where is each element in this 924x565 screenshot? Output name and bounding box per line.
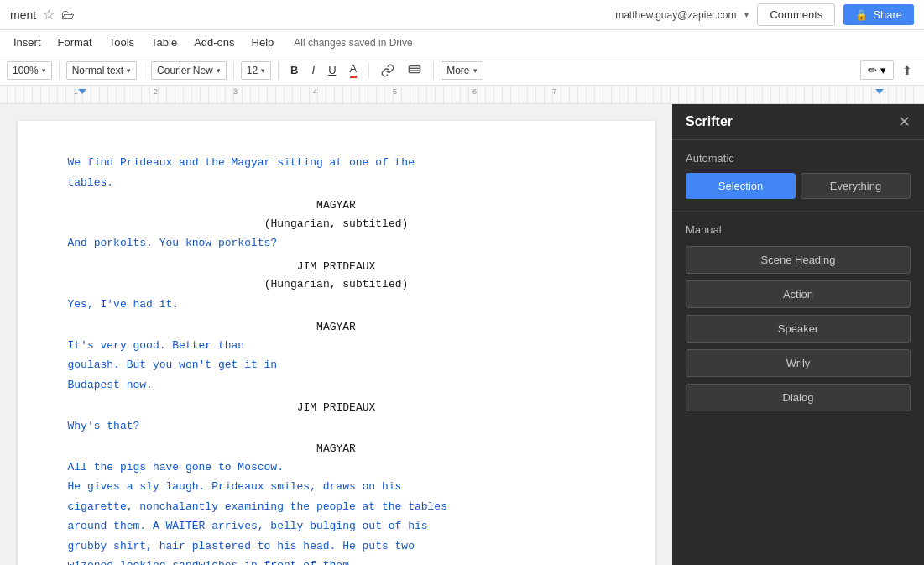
line-20: grubby shirt, hair plastered to his head… bbox=[68, 538, 605, 555]
line-19: around them. A WAITER arrives, belly bul… bbox=[68, 518, 605, 535]
menu-format[interactable]: Format bbox=[51, 33, 99, 52]
sep-5 bbox=[368, 62, 369, 79]
automatic-label: Automatic bbox=[686, 152, 911, 165]
line-9: MAGYAR bbox=[68, 319, 605, 336]
line-5: And porkolts. You know porkolts? bbox=[68, 235, 605, 252]
ruler-mark-2: 2 bbox=[154, 87, 158, 96]
ruler-right-margin[interactable] bbox=[875, 89, 884, 94]
style-group: Normal text ▾ bbox=[66, 61, 137, 80]
line-4: (Hungarian, subtitled) bbox=[68, 216, 605, 233]
line-6: JIM PRIDEAUX bbox=[68, 259, 605, 275]
autosave-status: All changes saved in Drive bbox=[294, 37, 412, 49]
scene-heading-button[interactable]: Scene Heading bbox=[686, 246, 911, 274]
ruler-mark-1: 1 bbox=[74, 87, 78, 96]
more-label: More bbox=[446, 65, 469, 76]
comments-button[interactable]: Comments bbox=[757, 3, 835, 26]
font-caret: ▾ bbox=[217, 66, 221, 75]
zoom-value: 100% bbox=[13, 65, 39, 76]
ruler-mark-7: 7 bbox=[552, 87, 556, 96]
pen-caret: ▾ bbox=[880, 64, 886, 76]
sep-4 bbox=[278, 62, 279, 79]
scrifter-sidebar: Scrifter ✕ Automatic Selection Everythin… bbox=[672, 104, 924, 565]
ruler: 1 2 3 4 5 6 7 bbox=[0, 86, 924, 104]
line-16: All the pigs have gone to Moscow. bbox=[68, 459, 605, 476]
script-content[interactable]: We find Prideaux and the Magyar sitting … bbox=[68, 154, 605, 565]
more-dropdown[interactable]: More ▾ bbox=[441, 61, 483, 80]
zoom-group: 100% ▾ bbox=[7, 61, 52, 80]
style-dropdown[interactable]: Normal text ▾ bbox=[66, 61, 137, 80]
toolbar: 100% ▾ Normal text ▾ Courier New ▾ 12 ▾ … bbox=[0, 55, 924, 86]
size-caret: ▾ bbox=[261, 66, 265, 75]
font-group: Courier New ▾ bbox=[151, 61, 227, 80]
menu-help[interactable]: Help bbox=[245, 33, 281, 52]
underline-button[interactable]: U bbox=[323, 61, 341, 79]
line-13: JIM PRIDEAUX bbox=[68, 400, 605, 416]
menu-tools[interactable]: Tools bbox=[102, 33, 141, 52]
manual-label: Manual bbox=[686, 223, 911, 236]
size-value: 12 bbox=[247, 65, 258, 76]
automatic-section: Automatic Selection Everything bbox=[672, 140, 924, 212]
line-1: We find Prideaux and the Magyar sitting … bbox=[68, 154, 605, 171]
sep-2 bbox=[144, 62, 144, 79]
more-caret: ▾ bbox=[473, 66, 478, 75]
line-21: wizened-looking sandwiches in front of t… bbox=[68, 557, 605, 565]
pen-button[interactable]: ✏ ▾ bbox=[860, 60, 894, 80]
everything-button[interactable]: Everything bbox=[801, 173, 911, 199]
share-button[interactable]: 🔒 Share bbox=[843, 4, 914, 25]
bold-button[interactable]: B bbox=[285, 61, 303, 79]
sep-6 bbox=[433, 62, 434, 79]
line-18: cigarette, nonchalantly examining the pe… bbox=[68, 499, 605, 515]
font-value: Courier New bbox=[157, 65, 213, 76]
menu-bar: Insert Format Tools Table Add-ons Help A… bbox=[0, 30, 924, 55]
style-value: Normal text bbox=[72, 65, 123, 76]
page: We find Prideaux and the Magyar sitting … bbox=[18, 121, 655, 565]
font-color-button[interactable]: A bbox=[345, 60, 363, 81]
sidebar-header: Scrifter ✕ bbox=[672, 104, 924, 140]
star-icon[interactable]: ☆ bbox=[43, 7, 55, 23]
sep-3 bbox=[233, 62, 234, 79]
font-dropdown[interactable]: Courier New ▾ bbox=[151, 61, 227, 80]
pen-icon: ✏ bbox=[868, 64, 877, 76]
ruler-mark-6: 6 bbox=[472, 87, 477, 96]
doc-title: ment bbox=[10, 8, 36, 22]
expand-button[interactable]: ⬆ bbox=[897, 62, 917, 79]
dialog-button[interactable]: Dialog bbox=[686, 384, 911, 411]
size-dropdown[interactable]: 12 ▾ bbox=[241, 61, 271, 80]
italic-button[interactable]: I bbox=[307, 61, 321, 79]
folder-icon[interactable]: 🗁 bbox=[61, 8, 75, 23]
line-3: MAGYAR bbox=[68, 197, 605, 214]
menu-insert[interactable]: Insert bbox=[7, 33, 48, 52]
line-17: He gives a sly laugh. Prideaux smiles, d… bbox=[68, 479, 605, 495]
ruler-mark-3: 3 bbox=[233, 87, 238, 96]
user-email: matthew.guay@zapier.com bbox=[615, 9, 736, 21]
action-button[interactable]: Action bbox=[686, 280, 911, 308]
line-11: goulash. But you won't get it in bbox=[68, 357, 605, 374]
line-15: MAGYAR bbox=[68, 441, 605, 458]
style-caret: ▾ bbox=[127, 66, 131, 75]
speaker-button[interactable]: Speaker bbox=[686, 315, 911, 343]
main-layout: We find Prideaux and the Magyar sitting … bbox=[0, 104, 924, 565]
zoom-dropdown[interactable]: 100% ▾ bbox=[7, 61, 52, 80]
doc-area[interactable]: We find Prideaux and the Magyar sitting … bbox=[0, 104, 672, 565]
sidebar-close-button[interactable]: ✕ bbox=[898, 114, 911, 129]
comment-inline-button[interactable] bbox=[403, 61, 426, 80]
automatic-btn-group: Selection Everything bbox=[686, 173, 911, 199]
ruler-mark-4: 4 bbox=[313, 87, 317, 96]
top-bar-right: matthew.guay@zapier.com ▾ Comments 🔒 Sha… bbox=[615, 3, 914, 26]
size-group: 12 ▾ bbox=[241, 61, 271, 80]
user-dropdown-arrow[interactable]: ▾ bbox=[744, 10, 749, 19]
line-7: (Hungarian, subtitled) bbox=[68, 276, 605, 293]
menu-table[interactable]: Table bbox=[144, 33, 184, 52]
ruler-left-margin[interactable] bbox=[78, 89, 86, 94]
zoom-caret: ▾ bbox=[42, 66, 46, 75]
sep-1 bbox=[59, 62, 60, 79]
share-label: Share bbox=[873, 8, 902, 21]
top-bar-left: ment ☆ 🗁 bbox=[10, 7, 75, 23]
line-8: Yes, I've had it. bbox=[68, 296, 605, 313]
line-2: tables. bbox=[68, 175, 605, 191]
menu-addons[interactable]: Add-ons bbox=[187, 33, 241, 52]
selection-button[interactable]: Selection bbox=[686, 173, 796, 199]
wrily-button[interactable]: Wrily bbox=[686, 349, 911, 377]
manual-section: Manual Scene Heading Action Speaker Wril… bbox=[672, 212, 924, 430]
link-button[interactable] bbox=[376, 61, 399, 80]
